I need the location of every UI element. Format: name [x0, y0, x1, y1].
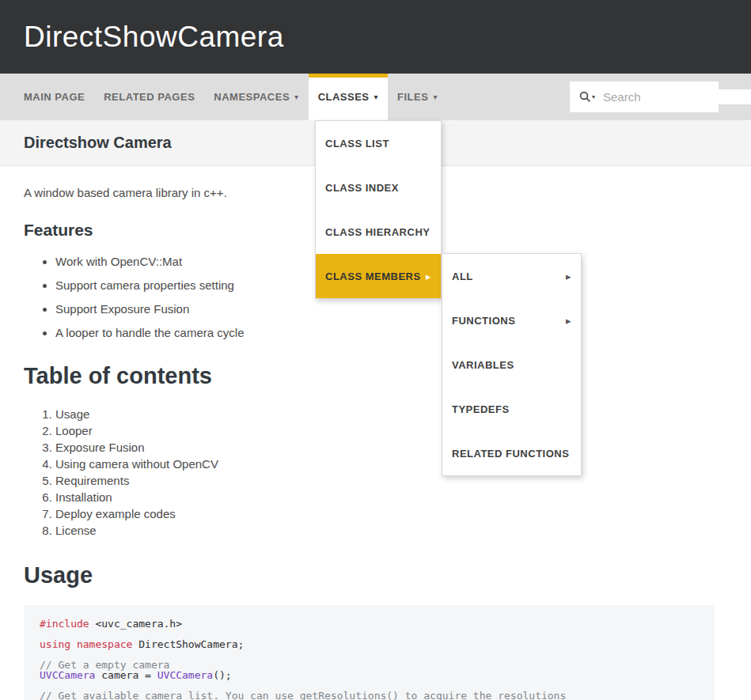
chevron-down-icon: ▾: [294, 93, 299, 101]
chevron-down-icon: ▾: [374, 93, 379, 101]
usage-heading: Usage: [24, 562, 727, 588]
nav-item-label: CLASSES: [318, 91, 370, 103]
nav-item-related-pages[interactable]: RELATED PAGES: [94, 74, 204, 120]
toc-item: Deploy example codes: [55, 505, 727, 522]
menu-item-label: ALL: [452, 271, 473, 282]
code-line: UVCCamera camera = UVCCamera();: [40, 670, 699, 680]
menu-item-label: CLASS MEMBERS: [325, 271, 421, 282]
menu-item-label: VARIABLES: [452, 359, 514, 371]
toc-heading: Table of contents: [24, 363, 727, 389]
feature-item: Support Exposure Fusion: [55, 302, 727, 316]
menu-item-label: FUNCTIONS: [452, 315, 515, 327]
nav-item-label: RELATED PAGES: [104, 91, 195, 103]
dropdown-item-class-index[interactable]: CLASS INDEX: [316, 165, 441, 210]
code-line: using namespace DirectShowCamera;: [40, 639, 699, 649]
nav-item-main-page[interactable]: MAIN PAGE: [14, 74, 94, 120]
nav-item-namespaces[interactable]: NAMESPACES▾: [204, 74, 308, 120]
submenu-item-all[interactable]: ALL▸: [442, 254, 581, 298]
nav-item-label: FILES: [397, 91, 428, 103]
chevron-right-icon: ▸: [566, 271, 571, 282]
toc-item: Installation: [55, 489, 727, 505]
search-box[interactable]: ▾: [570, 81, 719, 112]
toc-item: Looper: [55, 422, 727, 439]
dropdown-item-class-hierarchy[interactable]: CLASS HIERARCHY: [316, 210, 441, 254]
nav-item-label: MAIN PAGE: [24, 91, 85, 103]
app-header: DirectShowCamera: [0, 0, 751, 74]
app-title: DirectShowCamera: [24, 21, 284, 54]
usage-code-block: #include <uvc_camera.h> using namespace …: [24, 605, 715, 700]
toc-item: Exposure Fusion: [55, 439, 727, 456]
toc-item: Requirements: [55, 472, 727, 489]
toc-item: License: [55, 522, 727, 539]
menu-item-label: RELATED FUNCTIONS: [452, 448, 569, 460]
feature-item: A looper to handle the camera cycle: [55, 326, 727, 339]
search-filter-caret-icon: ▾: [592, 93, 595, 100]
nav-item-label: NAMESPACES: [214, 91, 290, 103]
class-members-submenu: ALL▸FUNCTIONS▸VARIABLESTYPEDEFSRELATED F…: [442, 253, 582, 476]
chevron-down-icon: ▾: [433, 93, 438, 101]
search-icon[interactable]: ▾: [579, 91, 595, 103]
toc-list: UsageLooperExposure FusionUsing camera w…: [24, 406, 727, 539]
menu-item-label: CLASS LIST: [325, 138, 389, 149]
submenu-item-related-functions[interactable]: RELATED FUNCTIONS: [442, 431, 581, 475]
submenu-item-variables[interactable]: VARIABLES: [442, 342, 581, 387]
nav-item-classes[interactable]: CLASSES▾: [309, 74, 388, 120]
code-line: #include <uvc_camera.h>: [40, 619, 699, 629]
menu-item-label: TYPEDEFS: [452, 403, 510, 415]
classes-dropdown-menu: CLASS LISTCLASS INDEXCLASS HIERARCHYCLAS…: [315, 120, 442, 299]
code-line: // Get available camera list. You can us…: [40, 691, 699, 700]
chevron-right-icon: ▸: [566, 315, 571, 327]
main-nav: MAIN PAGERELATED PAGESNAMESPACES▾CLASSES…: [0, 74, 751, 120]
menu-item-label: CLASS HIERARCHY: [325, 226, 430, 238]
page-title: Directshow Camera: [24, 134, 172, 152]
toc-item: Usage: [55, 406, 727, 422]
submenu-item-typedefs[interactable]: TYPEDEFS: [442, 387, 581, 431]
search-input[interactable]: [601, 89, 751, 104]
menu-item-label: CLASS INDEX: [325, 182, 399, 194]
nav-item-files[interactable]: FILES▾: [388, 74, 447, 120]
chevron-right-icon: ▸: [426, 271, 431, 282]
submenu-item-functions[interactable]: FUNCTIONS▸: [442, 298, 581, 342]
dropdown-item-class-list[interactable]: CLASS LIST: [316, 121, 441, 165]
toc-item: Using camera without OpenCV: [55, 456, 727, 472]
dropdown-item-class-members[interactable]: CLASS MEMBERS▸: [316, 254, 441, 298]
